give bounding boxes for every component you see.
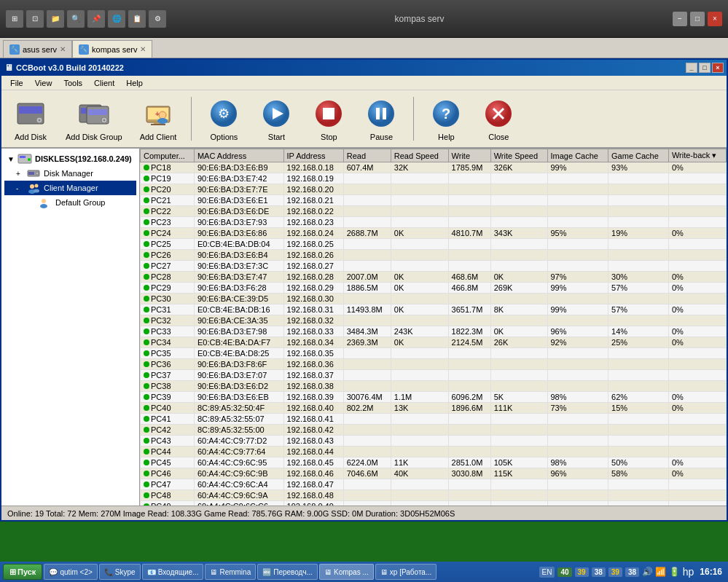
browser-tab-asus[interactable]: 🔧 asus serv ✕: [3, 40, 72, 58]
tree-item-client-manager[interactable]: - Client Manager: [4, 181, 136, 195]
col-game-cache[interactable]: Game Cache: [608, 149, 669, 162]
stop-button[interactable]: Stop: [305, 93, 352, 144]
start-button-win[interactable]: ⊞ Пуск: [3, 564, 42, 580]
table-row[interactable]: PC19 90:E6:BA:D3:E7:42 192.168.0.19: [141, 173, 727, 184]
table-row[interactable]: PC30 90:E6:BA:CE:39:D5 192.168.0.30: [141, 294, 727, 304]
taskbar-app-translate[interactable]: 🔤Переводч...: [257, 564, 318, 580]
table-row[interactable]: PC32 90:E6:BA:CE:3A:35 192.168.0.32: [141, 315, 727, 326]
app-icon-2[interactable]: ⊡: [26, 10, 44, 28]
app-icon-5[interactable]: 📌: [87, 10, 105, 28]
table-row[interactable]: PC40 8C:89:A5:32:50:4F 192.168.0.40 802.…: [141, 403, 727, 414]
cell-mac: 8C:89:A5:32:50:4F: [194, 403, 283, 414]
table-row[interactable]: PC21 90:E6:BA:D3:E6:E1 192.168.0.21: [141, 195, 727, 206]
taskbar-app-incoming[interactable]: 📧Входящие...: [142, 564, 204, 580]
table-row[interactable]: PC26 90:E6:BA:D3:E6:B4 192.168.0.26: [141, 250, 727, 261]
svg-rect-13: [151, 124, 165, 125]
win-minimize[interactable]: _: [686, 63, 697, 73]
table-row[interactable]: PC35 E0:CB:4E:BA:D8:25 192.168.0.35: [141, 348, 727, 359]
add-disk-group-button[interactable]: Add Disk Group: [60, 93, 128, 144]
table-row[interactable]: PC43 60:A4:4C:C9:77:D2 192.168.0.43: [141, 436, 727, 447]
table-row[interactable]: PC34 E0:CB:4E:BA:DA:F7 192.168.0.34 2369…: [141, 337, 727, 348]
svg-point-3: [39, 119, 41, 122]
app-icon-6[interactable]: 🌐: [108, 10, 125, 28]
cell-image-cache: [547, 195, 608, 206]
table-scroll[interactable]: Computer... MAC Address IP Address Read …: [140, 149, 727, 506]
col-read-speed[interactable]: Read Speed: [391, 149, 448, 162]
table-row[interactable]: PC29 90:E6:BA:D3:F6:28 192.168.0.29 1886…: [141, 283, 727, 294]
table-row[interactable]: PC18 90:E6:BA:D3:E6:B9 192.168.0.18 607.…: [141, 162, 727, 173]
close-button[interactable]: Close: [475, 93, 522, 144]
menu-help[interactable]: Help: [120, 77, 149, 89]
table-row[interactable]: PC41 8C:89:A5:32:55:07 192.168.0.41: [141, 414, 727, 425]
lang-indicator[interactable]: EN: [539, 567, 555, 578]
col-write[interactable]: Write: [448, 149, 490, 162]
table-row[interactable]: PC33 90:E6:BA:D3:E7:98 192.168.0.33 3484…: [141, 326, 727, 337]
options-button[interactable]: ⚙ Options: [200, 93, 247, 144]
table-row[interactable]: PC20 90:E6:BA:D3:E7:7E 192.168.0.20: [141, 184, 727, 195]
table-row[interactable]: PC45 60:A4:4C:C9:6C:95 192.168.0.45 6224…: [141, 457, 727, 468]
app-icon-7[interactable]: 📋: [128, 10, 146, 28]
cell-mac: 60:A4:4C:C9:6C:9A: [194, 490, 283, 501]
tab-close-asus[interactable]: ✕: [60, 45, 66, 53]
table-row[interactable]: PC42 8C:89:A5:32:55:00 192.168.0.42: [141, 425, 727, 436]
table-row[interactable]: PC24 90:E6:BA:D3:E6:86 192.168.0.24 2688…: [141, 228, 727, 239]
col-writeback[interactable]: Write-back ▾: [668, 149, 726, 162]
pause-button[interactable]: Pause: [358, 93, 404, 144]
close-window-btn[interactable]: ×: [708, 12, 722, 26]
app-icon-1[interactable]: ⊞: [6, 10, 23, 28]
table-row[interactable]: PC37 90:E6:BA:D3:E7:07 192.168.0.37: [141, 370, 727, 381]
cell-write-speed: [490, 315, 547, 326]
cell-game-cache: [608, 348, 669, 359]
tab-close-kompas[interactable]: ✕: [140, 45, 146, 53]
table-row[interactable]: PC25 E0:CB:4E:BA:DB:04 192.168.0.25: [141, 239, 727, 250]
table-row[interactable]: PC39 90:E6:BA:D3:E6:EB 192.168.0.39 3007…: [141, 392, 727, 403]
taskbar-app-qutim[interactable]: 💬qutim <2>: [44, 564, 97, 580]
table-row[interactable]: PC23 90:E6:BA:D3:E7:93 192.168.0.23: [141, 217, 727, 228]
table-row[interactable]: PC36 90:E6:BA:D3:F8:6F 192.168.0.36: [141, 359, 727, 370]
taskbar-app-xp[interactable]: 🖥xp [Работа...: [375, 564, 437, 580]
col-ip[interactable]: IP Address: [283, 149, 343, 162]
add-disk-button[interactable]: Add Disk: [7, 93, 54, 144]
col-mac[interactable]: MAC Address: [194, 149, 283, 162]
col-image-cache[interactable]: Image Cache: [547, 149, 608, 162]
tree-item-diskless[interactable]: ▼ DISKLESS(192.168.0.249): [4, 152, 136, 166]
col-write-speed[interactable]: Write Speed: [490, 149, 547, 162]
taskbar-app-skype[interactable]: 📞Skype: [99, 564, 141, 580]
add-client-button[interactable]: + Add Client: [134, 93, 183, 144]
win-restore[interactable]: □: [699, 63, 711, 73]
cell-game-cache: [608, 261, 669, 272]
cell-read-speed: [391, 184, 448, 195]
win-close[interactable]: ×: [712, 63, 724, 73]
app-icon-4[interactable]: 🔍: [67, 10, 85, 28]
table-row[interactable]: PC31 E0:CB:4E:BA:DB:16 192.168.0.31 1149…: [141, 304, 727, 315]
maximize-btn[interactable]: □: [690, 12, 705, 26]
app-icon-3[interactable]: 📁: [47, 10, 64, 28]
table-row[interactable]: PC22 90:E6:BA:D3:E6:DE 192.168.0.22: [141, 206, 727, 217]
cell-game-cache: 19%: [608, 228, 669, 239]
menu-client[interactable]: Client: [88, 77, 120, 89]
table-row[interactable]: PC28 90:E6:BA:D3:E7:47 192.168.0.28 2007…: [141, 272, 727, 283]
svg-rect-7: [88, 109, 107, 115]
cell-write-speed: [490, 173, 547, 184]
help-button[interactable]: ? Help: [423, 93, 469, 144]
menu-file[interactable]: File: [4, 77, 29, 89]
table-row[interactable]: PC44 60:A4:4C:C9:77:64 192.168.0.44: [141, 447, 727, 457]
tree-item-disk-manager[interactable]: + Disk Manager: [4, 166, 136, 181]
table-row[interactable]: PC46 60:A4:4C:C9:6C:9B 192.168.0.46 7046…: [141, 468, 727, 479]
menu-tools[interactable]: Tools: [58, 77, 88, 89]
taskbar-app-kompas[interactable]: 🖥Kompas ...: [319, 564, 374, 580]
table-row[interactable]: PC49 60:A4:4C:C9:6C:C6 192.168.0.49: [141, 501, 727, 506]
table-row[interactable]: PC48 60:A4:4C:C9:6C:9A 192.168.0.48: [141, 490, 727, 501]
minimize-btn[interactable]: −: [673, 12, 687, 26]
tree-item-default-group[interactable]: Default Group: [4, 195, 136, 210]
col-read[interactable]: Read: [343, 149, 391, 162]
col-computer[interactable]: Computer...: [141, 149, 195, 162]
start-button[interactable]: Start: [253, 93, 300, 144]
browser-tab-kompas[interactable]: 🔧 kompas serv ✕: [72, 40, 152, 58]
app-icon-8[interactable]: ⚙: [149, 10, 166, 28]
table-row[interactable]: PC27 90:E6:BA:D3:E7:3C 192.168.0.27: [141, 261, 727, 272]
table-row[interactable]: PC47 60:A4:4C:C9:6C:A4 192.168.0.47: [141, 479, 727, 490]
menu-view[interactable]: View: [29, 77, 58, 89]
taskbar-app-remmina[interactable]: 🖥Remmina: [205, 564, 256, 580]
table-row[interactable]: PC38 90:E6:BA:D3:E6:D2 192.168.0.38: [141, 381, 727, 392]
